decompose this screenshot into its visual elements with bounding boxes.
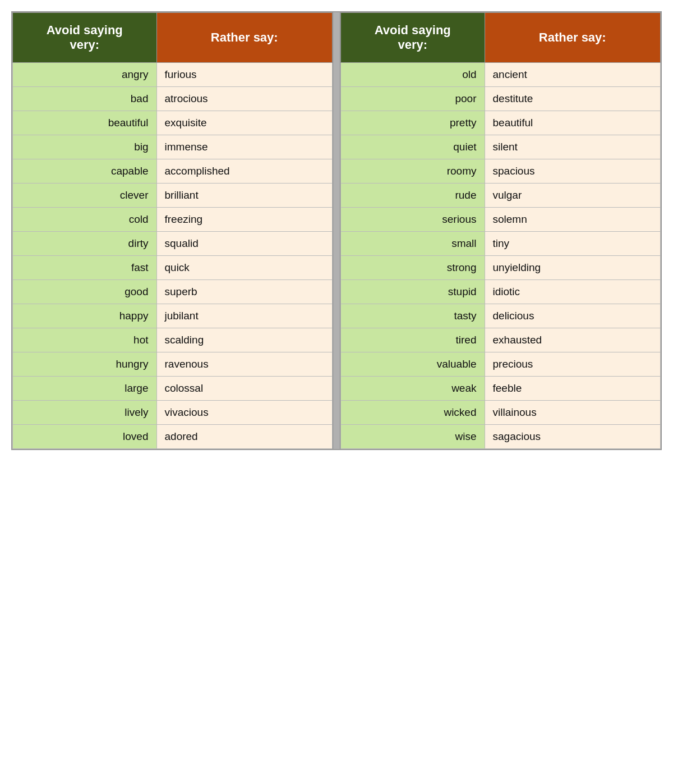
avoid-cell: poor [341, 87, 485, 111]
avoid-cell: happy [13, 304, 157, 328]
avoid-cell: quiet [341, 135, 485, 159]
rather-cell: exhausted [485, 328, 661, 352]
left-header-rather: Rather say: [156, 13, 333, 63]
table-row: capable accomplished [13, 159, 333, 184]
avoid-cell: tasty [341, 304, 485, 328]
right-section: Avoid sayingvery: Rather say: old ancien… [340, 12, 661, 449]
table-row: fast quick [13, 256, 333, 280]
avoid-cell: dirty [13, 232, 157, 256]
rather-cell: colossal [156, 377, 333, 401]
rather-cell: vivacious [156, 401, 333, 425]
rather-cell: idiotic [485, 280, 661, 304]
table-row: lively vivacious [13, 401, 333, 425]
avoid-cell: beautiful [13, 111, 157, 135]
table-row: good superb [13, 280, 333, 304]
table-row: clever brilliant [13, 184, 333, 208]
rather-cell: scalding [156, 328, 333, 352]
rather-cell: accomplished [156, 159, 333, 184]
avoid-cell: clever [13, 184, 157, 208]
table-row: bad atrocious [13, 87, 333, 111]
table-row: big immense [13, 135, 333, 159]
rather-cell: brilliant [156, 184, 333, 208]
avoid-cell: hungry [13, 352, 157, 377]
rather-cell: quick [156, 256, 333, 280]
page-wrapper: Avoid sayingvery: Rather say: angry furi… [0, 0, 673, 784]
avoid-cell: fast [13, 256, 157, 280]
avoid-cell: roomy [341, 159, 485, 184]
rather-cell: spacious [485, 159, 661, 184]
rather-cell: exquisite [156, 111, 333, 135]
table-row: small tiny [341, 232, 661, 256]
table-row: loved adored [13, 425, 333, 449]
avoid-cell: small [341, 232, 485, 256]
rather-cell: furious [156, 63, 333, 87]
table-row: happy jubilant [13, 304, 333, 328]
table-row: strong unyielding [341, 256, 661, 280]
avoid-cell: old [341, 63, 485, 87]
rather-cell: solemn [485, 208, 661, 232]
avoid-cell: cold [13, 208, 157, 232]
avoid-cell: strong [341, 256, 485, 280]
table-row: wicked villainous [341, 401, 661, 425]
rather-cell: unyielding [485, 256, 661, 280]
avoid-cell: weak [341, 377, 485, 401]
rather-cell: delicious [485, 304, 661, 328]
right-table: Avoid sayingvery: Rather say: old ancien… [340, 12, 661, 449]
table-row: poor destitute [341, 87, 661, 111]
table-row: tasty delicious [341, 304, 661, 328]
rather-cell: sagacious [485, 425, 661, 449]
table-row: weak feeble [341, 377, 661, 401]
left-header-avoid: Avoid sayingvery: [13, 13, 157, 63]
tables-container: Avoid sayingvery: Rather say: angry furi… [11, 11, 662, 450]
rather-cell: freezing [156, 208, 333, 232]
avoid-cell: angry [13, 63, 157, 87]
table-row: hot scalding [13, 328, 333, 352]
avoid-cell: rude [341, 184, 485, 208]
rather-cell: superb [156, 280, 333, 304]
table-row: valuable precious [341, 352, 661, 377]
rather-cell: villainous [485, 401, 661, 425]
rather-cell: squalid [156, 232, 333, 256]
avoid-cell: big [13, 135, 157, 159]
avoid-cell: bad [13, 87, 157, 111]
rather-cell: ancient [485, 63, 661, 87]
rather-cell: feeble [485, 377, 661, 401]
right-header-avoid: Avoid sayingvery: [341, 13, 485, 63]
table-row: stupid idiotic [341, 280, 661, 304]
table-row: quiet silent [341, 135, 661, 159]
table-row: rude vulgar [341, 184, 661, 208]
rather-cell: silent [485, 135, 661, 159]
table-row: hungry ravenous [13, 352, 333, 377]
avoid-cell: valuable [341, 352, 485, 377]
avoid-cell: large [13, 377, 157, 401]
left-section: Avoid sayingvery: Rather say: angry furi… [12, 12, 333, 449]
table-row: dirty squalid [13, 232, 333, 256]
rather-cell: adored [156, 425, 333, 449]
rather-cell: destitute [485, 87, 661, 111]
avoid-cell: pretty [341, 111, 485, 135]
table-row: tired exhausted [341, 328, 661, 352]
avoid-cell: wicked [341, 401, 485, 425]
avoid-cell: hot [13, 328, 157, 352]
rather-cell: immense [156, 135, 333, 159]
table-row: roomy spacious [341, 159, 661, 184]
rather-cell: beautiful [485, 111, 661, 135]
avoid-cell: wise [341, 425, 485, 449]
rather-cell: atrocious [156, 87, 333, 111]
table-row: angry furious [13, 63, 333, 87]
table-row: cold freezing [13, 208, 333, 232]
rather-cell: ravenous [156, 352, 333, 377]
avoid-cell: tired [341, 328, 485, 352]
right-header-rather: Rather say: [485, 13, 661, 63]
table-row: serious solemn [341, 208, 661, 232]
table-row: beautiful exquisite [13, 111, 333, 135]
table-row: pretty beautiful [341, 111, 661, 135]
avoid-cell: stupid [341, 280, 485, 304]
avoid-cell: loved [13, 425, 157, 449]
table-row: old ancient [341, 63, 661, 87]
avoid-cell: serious [341, 208, 485, 232]
avoid-cell: capable [13, 159, 157, 184]
table-row: large colossal [13, 377, 333, 401]
table-row: wise sagacious [341, 425, 661, 449]
rather-cell: tiny [485, 232, 661, 256]
